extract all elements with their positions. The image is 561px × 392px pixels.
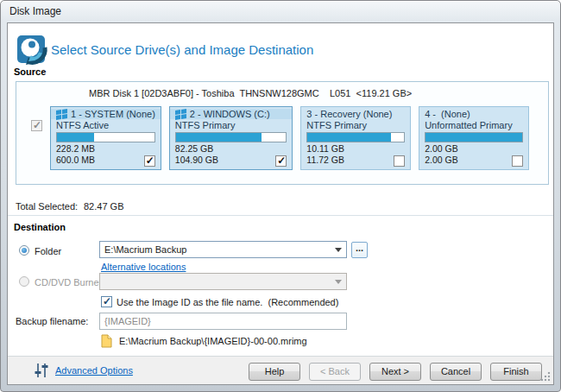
partition-checkbox[interactable]: [394, 155, 405, 167]
partition-tile-1[interactable]: 1 - SYSTEM (None) NTFS Active 228.2 MB60…: [50, 106, 161, 170]
backup-filename-label: Backup filename:: [16, 316, 88, 326]
help-button[interactable]: Help: [249, 363, 300, 381]
partition-total: 2.00 GB: [425, 155, 458, 167]
windows-logo-icon: [175, 109, 186, 120]
alternative-locations-link[interactable]: Alternative locations: [101, 262, 186, 272]
total-selected-label: Total Selected:: [16, 201, 78, 212]
partition-name: 1 - SYSTEM (None): [71, 109, 155, 119]
use-image-id-checkbox[interactable]: [101, 296, 112, 307]
sliders-icon: [34, 362, 49, 379]
partition-used: 228.2 MB: [56, 143, 95, 155]
disk-image-dialog: Disk Image Select Source Drive(s) and Im…: [0, 0, 561, 392]
footer-bar: Advanced Options Help < Back Next > Canc…: [8, 356, 553, 384]
disk-select-checkbox[interactable]: [31, 120, 42, 131]
next-button[interactable]: Next >: [369, 363, 421, 381]
chevron-down-icon: [335, 280, 342, 284]
partition-usage-bar: [425, 132, 523, 142]
cd-dvd-radio[interactable]: [19, 276, 29, 287]
advanced-options-link[interactable]: Advanced Options: [55, 365, 133, 376]
disk-header: MBR Disk 1 [02D3ABF0] - Toshiba THNSNW12…: [89, 88, 412, 98]
partition-used: 2.00 GB: [425, 143, 458, 155]
back-button[interactable]: < Back: [309, 363, 361, 381]
use-image-id-label: Use the Image ID as the file name. (Reco…: [117, 297, 338, 307]
partition-usage-bar: [306, 132, 405, 142]
resize-grip[interactable]: [540, 371, 551, 382]
backup-filename-input[interactable]: [99, 313, 347, 330]
total-selected-value: 82.47 GB: [84, 201, 123, 212]
partition-filesystem: NTFS Primary: [301, 119, 410, 130]
partition-filesystem: NTFS Primary: [170, 119, 293, 130]
finish-button[interactable]: Finish: [490, 363, 542, 381]
source-disk-panel: MBR Disk 1 [02D3ABF0] - Toshiba THNSNW12…: [16, 81, 549, 185]
window-title: Disk Image: [9, 5, 61, 17]
image-file-icon: [101, 334, 112, 348]
partition-used: 10.11 GB: [306, 143, 344, 155]
partition-total: 11.72 GB: [306, 155, 344, 167]
title-bar[interactable]: Disk Image: [1, 1, 560, 22]
partition-used: 82.25 GB: [175, 143, 218, 155]
destination-section-label: Destination: [14, 222, 66, 232]
folder-path-value: E:\Macrium Backup: [104, 244, 186, 255]
cd-dvd-combobox[interactable]: [99, 273, 347, 290]
folder-radio-label: Folder: [35, 246, 61, 256]
partition-name: 2 - WINDOWS (C:): [190, 109, 270, 119]
partition-total: 600.0 MB: [56, 155, 95, 167]
partition-checkbox[interactable]: [512, 155, 523, 167]
separator: [8, 215, 553, 216]
source-section-label: Source: [14, 66, 46, 77]
partition-usage-bar: [175, 132, 287, 142]
partition-usage-bar: [56, 132, 155, 142]
partition-tile-2[interactable]: 2 - WINDOWS (C:) NTFS Primary 82.25 GB10…: [169, 106, 293, 170]
windows-logo-icon: [56, 109, 67, 120]
dialog-body: Select Source Drive(s) and Image Destina…: [7, 22, 554, 385]
cancel-button[interactable]: Cancel: [430, 363, 482, 381]
chevron-down-icon: [335, 248, 342, 252]
cd-dvd-radio-label: CD/DVD Burner: [35, 277, 102, 288]
partition-name: 4 - (None): [425, 109, 470, 119]
partition-tiles: 1 - SYSTEM (None) NTFS Active 228.2 MB60…: [50, 106, 529, 170]
full-backup-path: E:\Macrium Backup\{IMAGEID}-00-00.mrimg: [119, 336, 307, 346]
browse-button[interactable]: ...: [351, 242, 368, 258]
page-title: Select Source Drive(s) and Image Destina…: [51, 42, 313, 57]
partition-total: 104.90 GB: [175, 155, 218, 167]
folder-path-combobox[interactable]: E:\Macrium Backup: [99, 241, 347, 258]
partition-tile-3[interactable]: 3 - Recovery (None) NTFS Primary 10.11 G…: [300, 106, 411, 170]
folder-radio[interactable]: [19, 245, 29, 256]
partition-tile-4[interactable]: 4 - (None) Unformatted Primary 2.00 GB2.…: [419, 106, 529, 170]
partition-filesystem: NTFS Active: [51, 119, 161, 130]
partition-checkbox[interactable]: [275, 155, 287, 167]
partition-name: 3 - Recovery (None): [306, 109, 392, 119]
partition-filesystem: Unformatted Primary: [419, 119, 528, 130]
partition-checkbox[interactable]: [144, 155, 155, 167]
disk-image-icon: [16, 34, 49, 66]
